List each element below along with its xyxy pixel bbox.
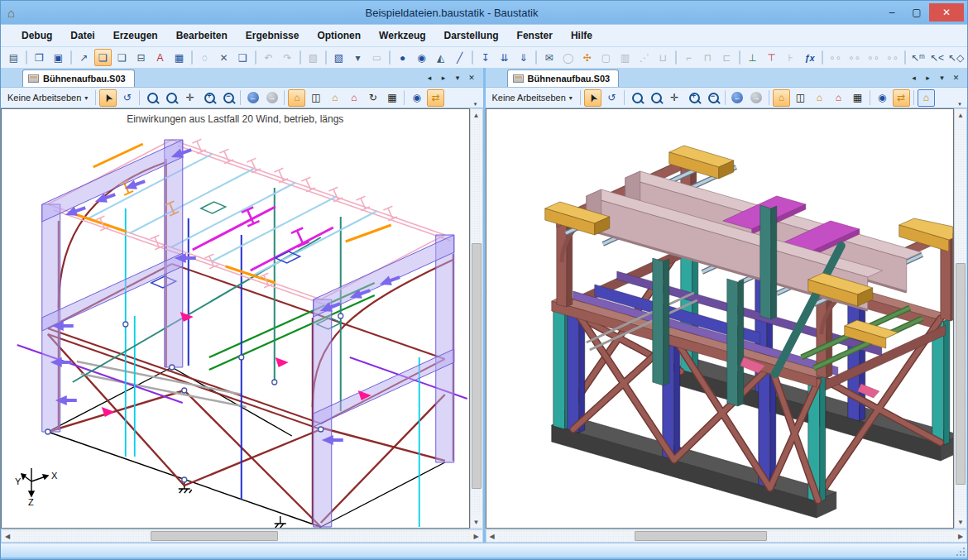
print-preview-button[interactable]: ❏ [94,49,112,66]
tab-close-button[interactable]: ✕ [466,72,478,84]
zoom-out-button[interactable]: − [704,89,721,107]
view-back-button[interactable]: ← [729,89,746,107]
node-snap-button[interactable]: ∘∘ [884,49,901,66]
viewport-3d-shaded[interactable] [486,108,955,529]
lasso-select-button[interactable]: ◌ [196,49,213,66]
pan-button[interactable]: ✛ [181,89,199,107]
image-export-button[interactable]: ▦ [170,49,188,66]
zoom-out-button[interactable]: − [219,89,237,107]
copy-button[interactable]: ❑ [234,49,252,66]
select-cursor-button[interactable]: ➤ [99,89,117,107]
walkthrough-button[interactable]: ✣ [578,49,596,66]
area-load-button[interactable]: ⇓ [515,49,532,66]
view-plan-button[interactable]: ⌂ [811,89,828,107]
check-results-button[interactable]: ✉ [540,49,558,66]
screen-layout-button[interactable]: ▢ [597,49,615,66]
zoom-dynamic-button[interactable] [647,89,664,107]
rotate-view-button[interactable]: ↻ [364,89,381,107]
export-model-button[interactable]: ▧ [304,49,322,66]
tab-list-button[interactable]: ▾ [936,72,948,84]
scrollbar-track[interactable] [955,121,966,516]
node-load-button[interactable]: ↧ [477,49,494,66]
tab-scroll-left-button[interactable]: ◂ [908,72,920,84]
presentation-button[interactable]: ▭ [368,49,386,66]
viewport-3d-wireframe[interactable]: Einwirkungen aus Lastfall 20 Wind, betri… [1,108,470,529]
scrollbar-track[interactable] [13,530,471,542]
scroll-down-button[interactable]: ▼ [471,516,482,528]
scrollbar-thumb[interactable] [635,531,767,541]
view-forward-button[interactable]: → [263,89,280,107]
menu-fenster[interactable]: Fenster [508,27,562,44]
menu-datei[interactable]: Datei [61,27,103,44]
maximize-button[interactable]: ▢ [904,3,929,22]
new-document-button[interactable]: ▤ [5,49,22,66]
print-button[interactable]: ⊟ [132,49,150,66]
zoom-dynamic-button[interactable] [162,89,180,107]
render-sphere-button[interactable]: ● [394,49,411,66]
trolley-tool-button[interactable]: ⊏ [718,49,736,66]
scroll-up-button[interactable]: ▲ [955,109,966,121]
tab-scroll-right-button[interactable]: ▸ [922,72,934,84]
view-section-button[interactable]: ⌂ [830,89,847,107]
view-section-button[interactable]: ⌂ [345,89,362,107]
vertical-scrollbar[interactable]: ▲ ▼ [470,108,483,529]
scroll-right-button[interactable]: ▶ [471,530,482,542]
crane-tool-button[interactable]: ⊓ [699,49,716,66]
redo-button[interactable]: ↷ [279,49,296,66]
scrollbar-track[interactable] [498,530,956,542]
zoom-window-button[interactable] [628,89,645,107]
node-merge-button[interactable]: ∘∘ [827,49,844,66]
panel-grid-button[interactable]: ▥ [616,49,634,66]
scroll-left-button[interactable]: ◀ [486,530,498,542]
draw-line-button[interactable]: ╱ [451,49,468,66]
tab-close-button[interactable]: ✕ [950,72,962,84]
member-load-button[interactable]: ⇊ [496,49,513,66]
horizontal-scrollbar[interactable]: ◀ ▶ [486,529,968,543]
select-sphere-button[interactable]: ◉ [413,49,430,66]
page-view-button[interactable]: ❏ [113,49,131,66]
scroll-up-button[interactable]: ▲ [471,109,482,121]
view-forward-button[interactable]: → [748,89,765,107]
select-member-cursor-button[interactable]: ↖ᵐ [909,49,927,66]
scrollbar-thumb[interactable] [472,243,482,488]
pdf-export-button[interactable]: A [151,49,169,66]
scroll-down-button[interactable]: ▼ [955,516,966,528]
select-angle-cursor-button[interactable]: ↖˂ [928,49,946,66]
roller-tool-button[interactable]: ⊔ [654,49,672,66]
resize-grip-icon[interactable] [954,545,966,557]
lift-tool-button[interactable]: ⌐ [680,49,697,66]
deformation-button[interactable]: ⇄ [893,89,910,107]
toolbar-overflow-button[interactable]: ▾ [470,101,482,108]
render-mode-button[interactable]: ◉ [408,89,425,107]
orbit-view-button[interactable]: ↺ [118,89,136,107]
open-button[interactable]: ❐ [31,49,48,66]
grid-button[interactable]: ▦ [383,89,400,107]
scroll-left-button[interactable]: ◀ [2,530,13,542]
view-front-button[interactable]: ◫ [307,89,324,107]
menu-erzeugen[interactable]: Erzeugen [104,27,167,44]
mass-tool-button[interactable]: ◯ [559,49,577,66]
undo-button[interactable]: ↶ [260,49,277,66]
rake-tool-button[interactable]: ⋰ [635,49,653,66]
view-3d-button[interactable]: ⌂ [773,89,790,107]
grid-button[interactable]: ▦ [849,89,866,107]
minimize-button[interactable]: – [879,3,904,22]
menu-debug[interactable]: Debug [12,27,61,44]
tab-list-button[interactable]: ▾ [452,72,464,84]
tab-scroll-right-button[interactable]: ▸ [438,72,450,84]
menu-bearbeiten[interactable]: Bearbeiten [167,27,237,44]
menu-darstellung[interactable]: Darstellung [435,27,508,44]
menu-hilfe[interactable]: Hilfe [562,27,601,44]
menu-ergebnisse[interactable]: Ergebnisse [237,27,309,44]
zoom-in-button[interactable]: + [685,89,702,107]
workplane-dropdown[interactable]: Keine Arbeitseben ▾ [2,90,93,105]
scrollbar-thumb[interactable] [151,531,279,541]
scrollbar-track[interactable] [471,121,482,516]
view-back-button[interactable]: ← [244,89,261,107]
menu-werkzeug[interactable]: Werkzeug [370,27,434,44]
view-front-button[interactable]: ◫ [792,89,809,107]
support-tool-button[interactable]: ⊥ [744,49,761,66]
shaded-view-button[interactable]: ⌂ [918,89,935,107]
node-align-button[interactable]: ∘∘ [865,49,882,66]
view-cube-button[interactable]: ▧ [330,49,347,66]
